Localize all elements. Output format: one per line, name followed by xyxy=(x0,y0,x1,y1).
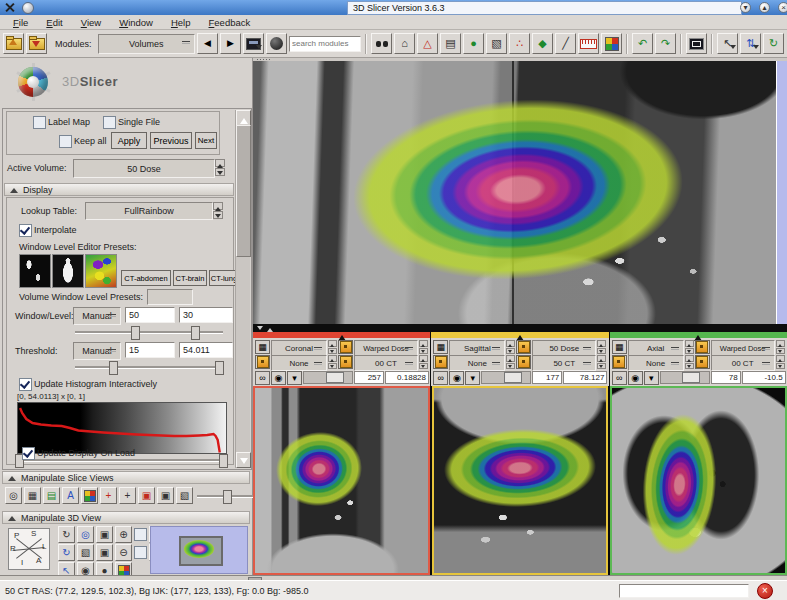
window-slider-handle[interactable] xyxy=(131,326,140,340)
histogram-plot[interactable] xyxy=(17,402,227,454)
threshold-mode-select[interactable]: Manual xyxy=(73,342,121,360)
sagittal-color-bar[interactable] xyxy=(431,332,608,338)
pitch-view-icon[interactable]: ↻ xyxy=(58,526,75,543)
editor-module-icon[interactable]: ▧ xyxy=(486,33,507,54)
coronal-slice-offset[interactable]: 0.18828 xyxy=(385,371,429,384)
mouse-transform-mode-icon[interactable]: ⇅ xyxy=(740,33,761,54)
level-value-field[interactable]: 30 xyxy=(179,307,233,323)
threshold-upper-field[interactable]: 54.011 xyxy=(179,342,233,358)
menu-window[interactable]: Window xyxy=(110,16,162,29)
mouse-pick-mode-icon[interactable]: ↖ xyxy=(717,33,738,54)
menu-file[interactable]: File xyxy=(4,16,37,29)
label-layer-icon[interactable] xyxy=(255,355,270,369)
layout-select-icon[interactable] xyxy=(243,33,264,54)
threshold-lower-field[interactable]: 15 xyxy=(125,342,175,358)
label-spinner[interactable] xyxy=(506,355,515,369)
fit-slices-icon[interactable]: ◎ xyxy=(5,487,22,504)
background-spinner[interactable] xyxy=(419,355,428,369)
more-options-icon[interactable]: ▾ xyxy=(465,371,480,385)
window-level-mode-select[interactable]: Manual xyxy=(73,307,121,325)
keep-all-checkbox[interactable] xyxy=(59,135,72,148)
scroll-up-icon[interactable] xyxy=(236,110,251,126)
module-forward-icon[interactable]: ▶ xyxy=(220,33,241,54)
background-spinner[interactable] xyxy=(776,355,785,369)
zoom-in-icon[interactable]: ⊕ xyxy=(115,526,132,543)
menu-help[interactable]: Help xyxy=(162,16,200,29)
coronal-color-bar[interactable] xyxy=(253,332,430,338)
axial-slice-offset[interactable]: -10.5 xyxy=(742,371,786,384)
more-options-icon[interactable]: ▾ xyxy=(287,371,302,385)
axial-slice-index[interactable]: 78 xyxy=(711,371,741,384)
foreground-spinner[interactable] xyxy=(419,340,428,354)
label-layer-icon[interactable] xyxy=(433,355,448,369)
display-section-header[interactable]: Display xyxy=(4,183,234,196)
window-level-slider[interactable] xyxy=(73,326,225,338)
foreground-layer-icon[interactable] xyxy=(695,340,710,354)
axial-label-select[interactable]: None xyxy=(628,355,684,371)
background-layer-icon[interactable] xyxy=(516,355,531,369)
coronal-label-select[interactable]: None xyxy=(271,355,327,371)
update-histogram-checkbox[interactable] xyxy=(19,378,32,391)
active-volume-spinner[interactable] xyxy=(215,159,225,176)
redo-icon[interactable]: ↷ xyxy=(655,33,676,54)
menu-view[interactable]: View xyxy=(72,16,110,29)
sagittal-background-select[interactable]: 50 CT xyxy=(532,355,596,371)
volume-wl-presets-select[interactable] xyxy=(147,289,193,305)
foreground-spinner[interactable] xyxy=(776,340,785,354)
error-indicator-icon[interactable]: × xyxy=(757,583,773,599)
models-module-icon[interactable]: △ xyxy=(417,33,438,54)
histogram-upper-handle[interactable] xyxy=(219,454,228,468)
lookup-table-select[interactable]: FullRainbow xyxy=(85,202,213,220)
panel-scrollbar[interactable] xyxy=(235,110,250,468)
next-button[interactable]: Next xyxy=(195,132,217,149)
visibility-eye-icon[interactable]: ◉ xyxy=(271,371,286,385)
scene-snapshot-icon[interactable]: ● xyxy=(463,33,484,54)
background-layer-icon[interactable] xyxy=(695,355,710,369)
interpolate-checkbox[interactable] xyxy=(19,224,32,237)
apply-button[interactable]: Apply xyxy=(111,132,147,149)
close-button[interactable]: × xyxy=(778,2,787,13)
module-search-input[interactable] xyxy=(289,36,361,52)
ct-brain-button[interactable]: CT-brain xyxy=(173,270,207,286)
label-spinner[interactable] xyxy=(328,355,337,369)
axial-background-select[interactable]: 00 CT xyxy=(711,355,775,371)
stack-icon[interactable]: ▣ xyxy=(157,487,174,504)
link-views-icon[interactable]: ∞ xyxy=(612,371,627,385)
visibility-eye-icon[interactable]: ◉ xyxy=(628,371,643,385)
window-value-field[interactable]: 50 xyxy=(125,307,175,323)
axis-orientation-widget[interactable]: P S R L I A xyxy=(8,528,50,570)
coronal-slice-index[interactable]: 257 xyxy=(354,371,384,384)
ct-abdomen-button[interactable]: CT-abdomen xyxy=(121,270,171,286)
annotation-icon[interactable]: A xyxy=(62,487,79,504)
camera-icon[interactable]: ▣ xyxy=(96,526,113,543)
sagittal-slice-slider[interactable] xyxy=(481,371,531,384)
coronal-viewport[interactable] xyxy=(253,386,430,575)
axial-viewport[interactable] xyxy=(610,386,787,575)
label-layer-icon[interactable] xyxy=(612,355,627,369)
minimize-button[interactable]: ▾ xyxy=(740,2,751,13)
load-scene-icon[interactable] xyxy=(3,33,24,54)
volumes-module-icon[interactable]: ▤ xyxy=(440,33,461,54)
yaw-view-icon[interactable]: ↻ xyxy=(58,544,75,561)
slice-link-grid-icon[interactable]: ▦ xyxy=(612,340,627,354)
label-map-checkbox[interactable] xyxy=(33,116,46,129)
menu-edit[interactable]: Edit xyxy=(37,16,71,29)
menu-feedback[interactable]: Feedback xyxy=(200,16,260,29)
orientation-spinner[interactable] xyxy=(685,340,694,354)
main-slice-view[interactable] xyxy=(253,61,787,324)
background-layer-icon[interactable] xyxy=(338,355,353,369)
foreground-layer-icon[interactable] xyxy=(338,340,353,354)
home-module-icon[interactable]: ⌂ xyxy=(394,33,415,54)
compare-layers-icon[interactable] xyxy=(81,487,98,504)
background-spinner[interactable] xyxy=(597,355,606,369)
sagittal-slice-index[interactable]: 177 xyxy=(532,371,562,384)
wl-preset-thumbnail-2[interactable] xyxy=(52,254,84,288)
slice-views-section-header[interactable]: Manipulate Slice Views xyxy=(2,471,250,484)
measurements-module-icon[interactable] xyxy=(578,33,599,54)
scroll-thumb[interactable] xyxy=(236,125,251,257)
threshold-upper-handle[interactable] xyxy=(215,361,224,375)
fiducials-module-icon[interactable]: ∴ xyxy=(509,33,530,54)
refresh-icon[interactable]: ↻ xyxy=(763,33,784,54)
visibility-eye-icon[interactable]: ◉ xyxy=(449,371,464,385)
draw-module-icon[interactable]: ╱ xyxy=(555,33,576,54)
